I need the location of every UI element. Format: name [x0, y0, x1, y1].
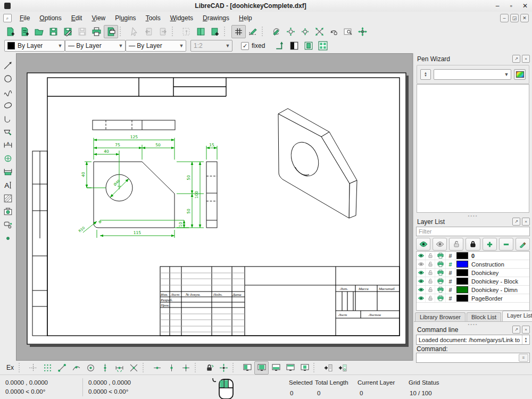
dock-full-icon[interactable]: [254, 361, 269, 375]
tab-layer-list[interactable]: Layer List: [502, 311, 532, 321]
save-as-icon[interactable]: [61, 25, 75, 38]
close-panel-icon[interactable]: ×: [522, 326, 530, 334]
dim-aligned-tool-icon[interactable]: A: [2, 139, 14, 151]
print-icon[interactable]: [89, 25, 104, 38]
pen-spin-button[interactable]: ▲▼: [420, 69, 431, 80]
layer-name[interactable]: Doohickey - Block: [469, 278, 529, 285]
add-block-icon[interactable]: [208, 25, 222, 38]
new-file-icon[interactable]: [3, 25, 18, 38]
snap-endpoint-icon[interactable]: [55, 361, 69, 375]
eye-icon[interactable]: [417, 269, 426, 277]
construction-icon[interactable]: #: [446, 286, 455, 294]
grid-icon[interactable]: [231, 25, 246, 38]
print-icon[interactable]: [435, 277, 446, 285]
remove-layer-icon[interactable]: [499, 238, 513, 251]
layer-row-pageborder[interactable]: # PageBorder: [417, 294, 529, 303]
tab-block-list[interactable]: Block List: [467, 312, 501, 321]
drawing-canvas[interactable]: 125 75 50 40 115 15 40 50 50 100 10 Ø40 …: [16, 53, 413, 361]
layer-name[interactable]: Doohickey: [469, 270, 529, 276]
exclusive-snap-button[interactable]: Ex: [3, 363, 17, 372]
width-combobox[interactable]: — By Layer ▼: [65, 40, 126, 52]
set-relative-zero-icon[interactable]: [217, 361, 231, 375]
new-from-template-icon[interactable]: [18, 25, 32, 38]
zoom-pan-icon[interactable]: [355, 25, 370, 38]
dock-left-icon[interactable]: [240, 361, 254, 375]
command-options-icon[interactable]: ≡: [519, 354, 528, 362]
arc-tool-icon[interactable]: [2, 113, 14, 124]
construction-icon[interactable]: #: [446, 277, 455, 285]
add-command-widget-icon[interactable]: [321, 361, 335, 375]
block-tool-icon[interactable]: [2, 219, 14, 231]
eye-icon[interactable]: [417, 294, 426, 302]
mdi-minimize-icon[interactable]: –: [500, 14, 509, 22]
add-layer-icon[interactable]: [483, 238, 497, 251]
menu-widgets[interactable]: Widgets: [165, 13, 198, 23]
eye-icon[interactable]: [417, 252, 426, 260]
auto-zoom-icon[interactable]: [312, 25, 327, 38]
lock-icon[interactable]: [426, 286, 435, 294]
eye-icon[interactable]: [417, 260, 426, 268]
layer-row-doohickey-block[interactable]: # Doohickey - Block: [417, 277, 529, 286]
pen-wizard-combobox[interactable]: ▼: [434, 69, 511, 80]
line-tool-icon[interactable]: [2, 60, 14, 71]
minimize-window-icon[interactable]: –: [491, 2, 504, 10]
command-input[interactable]: ≡: [416, 353, 530, 363]
undo-icon[interactable]: [142, 25, 156, 38]
save-all-icon[interactable]: [75, 25, 89, 38]
layer-row-construction[interactable]: # Construction: [417, 260, 529, 269]
dim-radial-tool-icon[interactable]: [2, 153, 14, 164]
lock-all-layers-icon[interactable]: [466, 238, 480, 251]
lock-icon[interactable]: [426, 252, 435, 260]
close-window-icon[interactable]: ✕: [518, 2, 532, 10]
layer-filter-input[interactable]: Filter: [416, 227, 530, 236]
dock-float-icon[interactable]: [297, 361, 312, 375]
construction-icon[interactable]: #: [446, 260, 455, 268]
preview-rect-icon[interactable]: [301, 39, 315, 53]
print-icon[interactable]: [435, 269, 446, 277]
dock-top-icon[interactable]: [283, 361, 297, 375]
spline-tool-icon[interactable]: [2, 86, 14, 98]
mdi-close-icon[interactable]: ✕: [520, 14, 529, 22]
print-icon[interactable]: [435, 294, 446, 302]
construction-icon[interactable]: #: [446, 294, 455, 302]
layer-row-doohickey[interactable]: # Doohickey: [417, 269, 529, 277]
dock-bottom-icon[interactable]: [269, 361, 283, 375]
hatch-tool-icon[interactable]: [2, 193, 14, 204]
show-all-layers-icon[interactable]: [416, 238, 430, 251]
image-tool-icon[interactable]: [2, 206, 14, 218]
open-file-icon[interactable]: [32, 25, 46, 38]
layer-name[interactable]: Construction: [469, 261, 529, 268]
zoom-out-icon[interactable]: [298, 25, 312, 38]
snap-intersection-icon[interactable]: [127, 361, 141, 375]
snap-distance-icon[interactable]: [112, 361, 127, 375]
undock-icon[interactable]: ↗: [512, 55, 520, 63]
eye-icon[interactable]: [417, 286, 426, 294]
construction-icon[interactable]: #: [446, 252, 455, 260]
layer-row-0[interactable]: # 0: [417, 252, 529, 260]
undock-icon[interactable]: ↗: [512, 326, 520, 334]
lock-icon[interactable]: [426, 294, 435, 302]
restrict-vertical-icon[interactable]: [164, 361, 179, 375]
lock-icon[interactable]: [426, 260, 435, 268]
command-history[interactable]: Loaded document: /home/garys/Link to ▲▼: [416, 335, 530, 345]
print-icon[interactable]: [435, 260, 446, 268]
unlock-all-layers-icon[interactable]: [449, 238, 463, 251]
menu-view[interactable]: View: [87, 13, 110, 23]
menu-options[interactable]: Options: [35, 13, 66, 23]
text-tool-icon[interactable]: A: [2, 179, 14, 191]
contrast-icon[interactable]: [287, 39, 301, 53]
menu-plugins[interactable]: Plugins: [110, 13, 140, 23]
close-panel-icon[interactable]: ×: [522, 218, 530, 226]
snap-center-icon[interactable]: [84, 361, 98, 375]
snap-entity-icon[interactable]: [69, 361, 84, 375]
print-preview-icon[interactable]: [104, 25, 118, 38]
menu-help[interactable]: Help: [234, 13, 257, 23]
construction-icon[interactable]: #: [446, 269, 455, 277]
dim-horizontal-tool-icon[interactable]: [2, 166, 14, 178]
add-options-widget-icon[interactable]: [335, 361, 350, 375]
menu-file[interactable]: File: [15, 13, 35, 23]
select-pointer-icon[interactable]: [127, 25, 142, 38]
mdi-restore-icon[interactable]: ◲: [510, 14, 519, 22]
menu-drawings[interactable]: Drawings: [198, 13, 234, 23]
ellipse-tool-icon[interactable]: [2, 99, 14, 111]
